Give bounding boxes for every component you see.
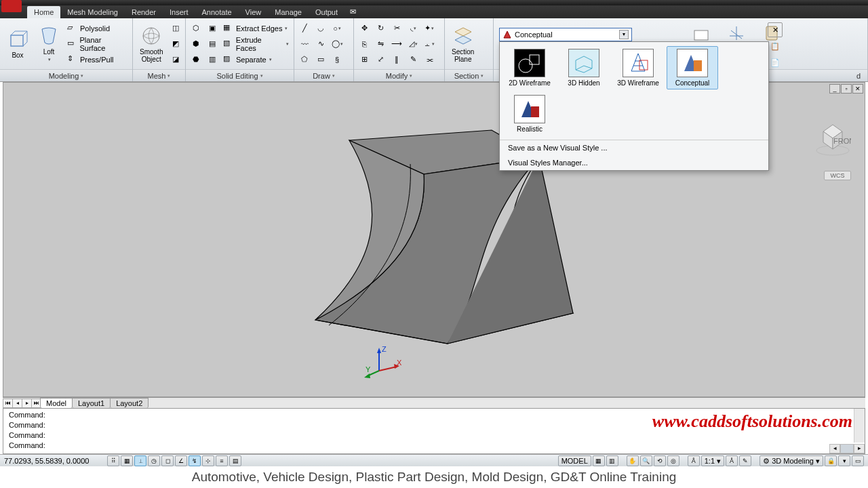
- app-logo-icon[interactable]: [1, 0, 22, 12]
- planar-surface-button[interactable]: ▭Planar Surface: [65, 37, 130, 52]
- intersect-button[interactable]: ⬣: [189, 52, 203, 67]
- menu-manage[interactable]: Manage: [268, 6, 309, 18]
- array-button[interactable]: ⊞: [357, 52, 372, 67]
- vs-conceptual[interactable]: Conceptual: [667, 46, 718, 89]
- section-plane-button[interactable]: Section Plane: [448, 24, 478, 64]
- close-panel-button[interactable]: ✕: [768, 22, 783, 37]
- tab-model[interactable]: Model: [40, 398, 73, 408]
- smooth-object-button[interactable]: Smooth Object: [136, 24, 167, 64]
- copy-clip-button[interactable]: 📄: [768, 55, 783, 70]
- spline-button[interactable]: ∿: [313, 37, 328, 52]
- visual-style-combo[interactable]: Conceptual ▾: [499, 28, 632, 41]
- scale-button[interactable]: ⤢: [373, 52, 388, 67]
- clean-screen-button[interactable]: ▭: [852, 455, 864, 466]
- grid-button[interactable]: ▦: [121, 455, 133, 466]
- vs-2d-wireframe[interactable]: 2D Wireframe: [504, 46, 555, 89]
- helix-button[interactable]: §: [330, 52, 344, 67]
- steering-button[interactable]: ◎: [667, 455, 679, 466]
- chamfer-button[interactable]: ◿▾: [406, 37, 420, 52]
- command-window[interactable]: Command: Command: Command: Command: www.…: [3, 408, 865, 454]
- tab-next-button[interactable]: ▸: [22, 399, 32, 408]
- solid-tool-c[interactable]: ▥: [205, 52, 220, 67]
- vs-3d-hidden[interactable]: 3D Hidden: [558, 46, 610, 89]
- mirror-button[interactable]: ⇋: [373, 37, 388, 52]
- copy-button[interactable]: ⎘: [357, 37, 372, 52]
- mesh-tool-3[interactable]: ◪: [168, 52, 183, 67]
- tab-layout1[interactable]: Layout1: [72, 398, 111, 408]
- menu-insert[interactable]: Insert: [163, 6, 195, 18]
- menu-render[interactable]: Render: [125, 6, 163, 18]
- pan-button[interactable]: ✋: [627, 455, 639, 466]
- cmd-vscroll[interactable]: [854, 409, 865, 443]
- cmd-hscroll-thumb[interactable]: [840, 444, 854, 453]
- vs-realistic[interactable]: Realistic: [504, 92, 555, 136]
- polygon-button[interactable]: ⬠: [297, 52, 312, 67]
- tab-first-button[interactable]: ⏮: [3, 399, 13, 408]
- menu-annotate[interactable]: Annotate: [195, 6, 239, 18]
- subtract-button[interactable]: ⬢: [189, 37, 203, 52]
- circle-button[interactable]: ○▾: [330, 21, 344, 36]
- move-button[interactable]: ✥: [357, 21, 372, 36]
- wcs-badge[interactable]: WCS: [824, 171, 851, 180]
- vs-save-new[interactable]: Save as a New Visual Style ...: [500, 140, 768, 155]
- layout-grid-button[interactable]: ▦: [593, 455, 605, 466]
- fillet-button[interactable]: ◟▾: [406, 21, 420, 36]
- viewport-close-button[interactable]: ✕: [852, 84, 863, 94]
- presspull-button[interactable]: ⇕Press/Pull: [65, 52, 130, 67]
- mesh-tool-1[interactable]: ◫: [168, 21, 183, 36]
- extract-edges-button[interactable]: ▦Extract Edges▾: [221, 21, 291, 36]
- explode-button[interactable]: ✦▾: [422, 21, 437, 36]
- offset-button[interactable]: ‖: [389, 52, 404, 67]
- mesh-tool-2[interactable]: ◩: [168, 37, 183, 52]
- menu-mesh-modeling[interactable]: Mesh Modeling: [60, 6, 125, 18]
- box-button[interactable]: Box: [3, 27, 33, 60]
- cmd-hscroll-left[interactable]: ◂: [829, 444, 840, 453]
- lock-ui-button[interactable]: 🔒: [825, 455, 837, 466]
- annotation-scale[interactable]: 1:1 ▾: [701, 455, 724, 466]
- vs-manager[interactable]: Visual Styles Manager...: [500, 155, 768, 170]
- extend-button[interactable]: ⟶: [389, 37, 404, 52]
- paste-button[interactable]: 📋: [768, 39, 783, 54]
- zoom-button[interactable]: 🔍: [640, 455, 652, 466]
- cmd-hscroll-right[interactable]: ▸: [854, 444, 865, 453]
- polyline-button[interactable]: 〰: [297, 37, 312, 52]
- annoscale-icon-button[interactable]: Å: [688, 455, 700, 466]
- orbit-button[interactable]: ⟲: [654, 455, 666, 466]
- dyn-button[interactable]: ⊹: [202, 455, 214, 466]
- annoauto-button[interactable]: ✎: [739, 455, 751, 466]
- toolbar-menu-button[interactable]: ▾: [838, 455, 850, 466]
- osnap-button[interactable]: ◻: [161, 455, 174, 466]
- loft-button[interactable]: Loft▾: [34, 24, 64, 64]
- ortho-button[interactable]: ⟂: [134, 455, 146, 466]
- lwt-button[interactable]: ≡: [216, 455, 228, 466]
- rect-button[interactable]: ▭: [313, 52, 328, 67]
- menu-home[interactable]: Home: [27, 6, 60, 18]
- otrack-button[interactable]: ∠: [175, 455, 187, 466]
- qp-button[interactable]: ▤: [229, 455, 241, 466]
- menu-output[interactable]: Output: [309, 6, 344, 18]
- arc-button[interactable]: ◡: [313, 21, 328, 36]
- rotate-button[interactable]: ↻: [373, 21, 388, 36]
- workspace-switch[interactable]: ⚙ 3D Modeling ▾: [760, 455, 823, 466]
- menu-view[interactable]: View: [239, 6, 269, 18]
- trim-button[interactable]: ✂: [389, 21, 404, 36]
- annovis-button[interactable]: Å: [726, 455, 738, 466]
- polysolid-button[interactable]: ▱Polysolid: [65, 21, 130, 36]
- viewcube[interactable]: FRONT: [814, 115, 851, 152]
- solid-tool-b[interactable]: ▤: [205, 37, 220, 52]
- ellipse-button[interactable]: ◯▾: [330, 37, 344, 52]
- extrude-faces-button[interactable]: ▧Extrude Faces▾: [221, 37, 291, 52]
- align-button[interactable]: ⫠▾: [422, 37, 437, 52]
- tab-prev-button[interactable]: ◂: [12, 399, 22, 408]
- viewport-min-button[interactable]: _: [829, 84, 840, 94]
- polar-button[interactable]: ◷: [148, 455, 160, 466]
- line-button[interactable]: ╱: [297, 21, 312, 36]
- ducs-button[interactable]: ↯: [189, 455, 201, 466]
- erase-button[interactable]: ✎: [406, 52, 420, 67]
- separate-button[interactable]: ▨Separate▾: [221, 52, 291, 67]
- tab-layout2[interactable]: Layout2: [110, 398, 149, 408]
- join-button[interactable]: ⫘: [422, 52, 437, 67]
- mail-icon[interactable]: ✉: [350, 7, 356, 16]
- quickview-button[interactable]: ▥: [606, 455, 618, 466]
- union-button[interactable]: ⬡: [189, 21, 203, 36]
